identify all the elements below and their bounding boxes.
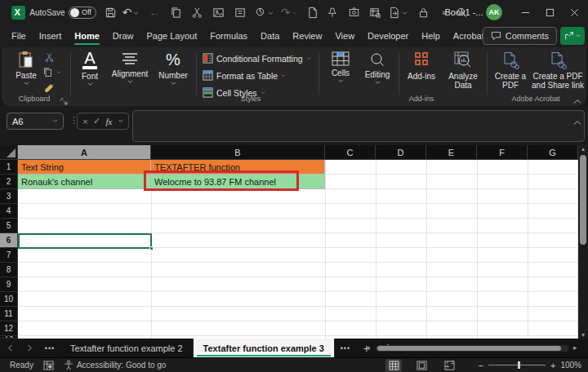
format-painter-button[interactable] — [44, 82, 56, 94]
tab-review[interactable]: Review — [286, 26, 328, 46]
zoom-slider-handle[interactable] — [518, 361, 520, 369]
normal-view-button[interactable] — [385, 359, 402, 372]
vertical-scrollbar[interactable]: ▴ ▾ — [578, 145, 588, 339]
tab-developer[interactable]: Developer — [361, 26, 415, 46]
tab-draw[interactable]: Draw — [106, 26, 140, 46]
accessibility-status[interactable]: Accessibility: Good to go — [64, 360, 167, 370]
tab-formulas[interactable]: Formulas — [203, 26, 254, 46]
undo-button[interactable]: ↶ — [119, 0, 142, 24]
cells-area[interactable]: Text String TEXTAFTER function Ronauk's … — [18, 160, 578, 339]
tab-page-layout[interactable]: Page Layout — [140, 26, 203, 46]
share-button[interactable] — [560, 27, 585, 45]
page-layout-view-button[interactable] — [413, 359, 430, 372]
create-pdf-share-button[interactable]: Create a PDF and Share link — [531, 51, 585, 90]
horizontal-scrollbar[interactable] — [376, 345, 568, 352]
avatar[interactable]: AK — [482, 0, 506, 24]
column-header-d[interactable]: D — [376, 145, 426, 160]
picture-icon[interactable] — [207, 0, 229, 24]
search-icon[interactable] — [451, 0, 472, 24]
conditional-formatting-button[interactable]: Conditional Formatting — [203, 53, 311, 64]
sheet-more-button[interactable]: ••• — [335, 339, 356, 357]
autosave-toggle[interactable]: Off — [67, 0, 98, 24]
comments-button[interactable]: Comments — [483, 27, 557, 45]
close-button[interactable] — [560, 0, 588, 24]
name-box[interactable]: A6 — [7, 113, 64, 130]
column-header-c[interactable]: C — [325, 145, 376, 160]
save-icon[interactable] — [100, 0, 121, 24]
row-header-8[interactable]: 8 — [0, 263, 18, 277]
row-header-10[interactable]: 10 — [0, 292, 18, 307]
row-header-5[interactable]: 5 — [0, 219, 18, 233]
horizontal-scrollbar-thumb[interactable] — [377, 346, 561, 351]
create-pdf-button[interactable]: Create a PDF — [492, 51, 529, 90]
scroll-up-icon[interactable]: ▴ — [578, 145, 588, 153]
minimize-button[interactable] — [511, 0, 539, 24]
hscroll-right-icon[interactable]: ▸ — [573, 343, 577, 352]
page-break-view-button[interactable] — [441, 359, 457, 372]
select-all-corner[interactable] — [0, 145, 18, 160]
vertical-scrollbar-thumb[interactable] — [580, 155, 586, 245]
camera-icon[interactable] — [343, 0, 364, 24]
cell-a2[interactable]: Ronauk's channel — [18, 175, 151, 189]
scroll-down-icon[interactable]: ▾ — [578, 331, 588, 339]
paste-button[interactable]: Paste — [11, 51, 41, 86]
pin-icon[interactable] — [322, 0, 343, 24]
row-header-6[interactable]: 6 — [0, 233, 18, 248]
sheet-tab-example-2[interactable]: Textafter function example 2 — [60, 339, 194, 357]
formula-input[interactable] — [132, 110, 585, 142]
row-header-2[interactable]: 2 — [0, 175, 18, 189]
cancel-icon[interactable]: × — [82, 117, 87, 126]
ribbon-cut-button[interactable] — [44, 52, 55, 63]
excel-logo-icon[interactable] — [8, 0, 28, 24]
column-header-g[interactable]: G — [528, 145, 578, 160]
format-as-table-button[interactable]: Format as Table — [203, 70, 286, 81]
maximize-button[interactable] — [536, 0, 564, 24]
row-header-9[interactable]: 9 — [0, 277, 18, 292]
record-macro-button[interactable] — [43, 361, 54, 370]
insert-function-button[interactable]: fx — [105, 117, 112, 126]
font-button[interactable]: A Font — [74, 51, 106, 86]
column-header-b[interactable]: B — [151, 145, 325, 160]
tab-view[interactable]: View — [328, 26, 361, 46]
format-painter-icon[interactable] — [252, 0, 276, 24]
table-lookup-icon[interactable] — [364, 0, 385, 24]
new-file-icon[interactable] — [302, 0, 323, 24]
zoom-out-button[interactable]: − — [479, 361, 483, 370]
column-header-a[interactable]: A — [18, 145, 151, 160]
fill-handle[interactable] — [149, 246, 154, 250]
enter-icon[interactable]: ✓ — [93, 116, 100, 126]
sheet-next-button[interactable] — [20, 339, 39, 357]
column-header-f[interactable]: F — [477, 145, 528, 160]
zoom-slider[interactable] — [488, 365, 546, 365]
selected-cell[interactable] — [18, 233, 152, 249]
cell-a1[interactable]: Text String — [18, 160, 151, 175]
formula-bar-expand-button[interactable] — [573, 114, 581, 129]
editing-button[interactable]: Editing — [359, 51, 395, 85]
tab-insert[interactable]: Insert — [33, 26, 69, 46]
sheet-tab-example-3[interactable]: Textafter function example 3 — [194, 339, 335, 357]
column-header-e[interactable]: E — [426, 145, 477, 160]
add-ins-button[interactable]: Add-ins — [403, 52, 439, 81]
row-header-4[interactable]: 4 — [0, 204, 18, 219]
alignment-button[interactable]: Alignment — [108, 51, 152, 84]
zoom-in-button[interactable]: + — [550, 361, 555, 370]
analyze-data-button[interactable]: Analyze Data — [443, 51, 483, 90]
paste-special-icon[interactable] — [229, 0, 252, 24]
copy-icon[interactable] — [165, 0, 186, 24]
row-header-1[interactable]: 1 — [0, 160, 18, 175]
ribbon-copy-button[interactable] — [42, 67, 61, 78]
number-button[interactable]: % Number — [154, 51, 193, 86]
tab-help[interactable]: Help — [415, 26, 447, 46]
zoom-level[interactable]: 100% — [560, 361, 581, 370]
row-header-7[interactable]: 7 — [0, 248, 18, 263]
hscroll-left-icon[interactable]: ◂ — [366, 343, 370, 352]
row-header-3[interactable]: 3 — [0, 189, 18, 204]
sheet-prev-button[interactable] — [0, 339, 20, 357]
tab-data[interactable]: Data — [254, 26, 286, 46]
tab-home[interactable]: Home — [68, 26, 106, 46]
sheet-list-button[interactable]: ••• — [39, 339, 60, 357]
tab-file[interactable]: File — [5, 26, 33, 46]
cells-button[interactable]: Cells — [323, 51, 358, 83]
cut-icon[interactable] — [186, 0, 207, 24]
row-header-11[interactable]: 11 — [0, 307, 18, 321]
